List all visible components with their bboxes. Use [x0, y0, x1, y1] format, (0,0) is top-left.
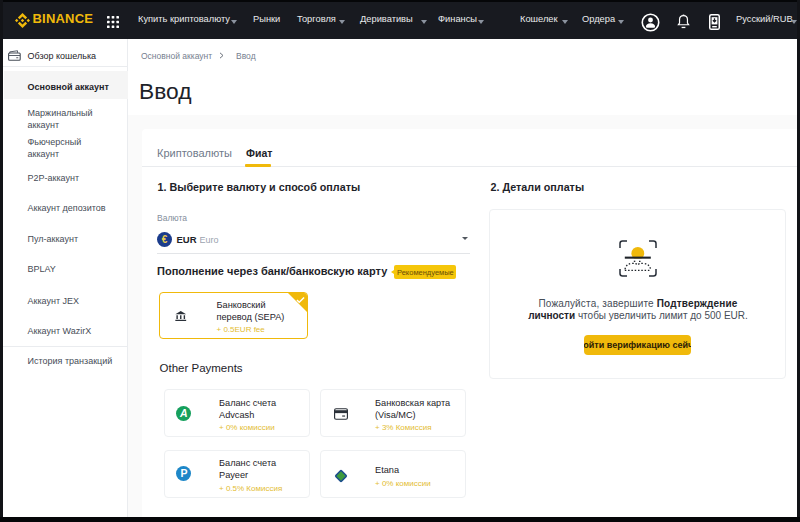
svg-text:€: €: [162, 234, 168, 245]
svg-text:P: P: [180, 467, 187, 479]
svg-text:A: A: [179, 407, 188, 419]
